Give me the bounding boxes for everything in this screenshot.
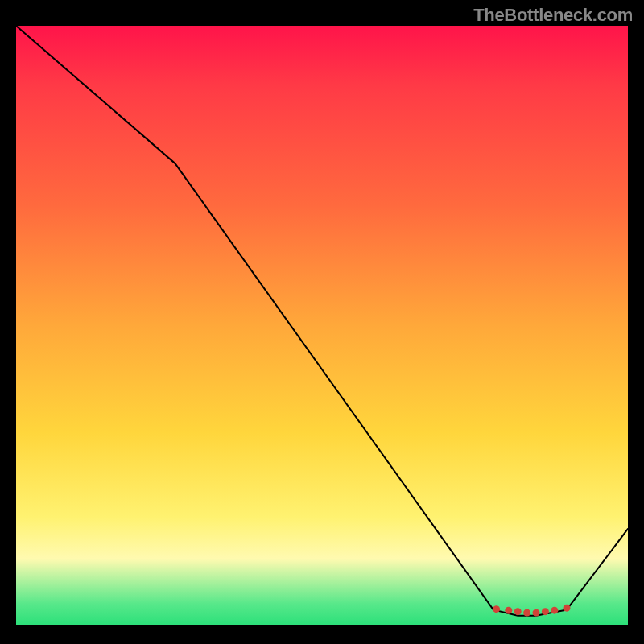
series-line [16,26,628,616]
dot-1 [493,605,500,613]
watermark: TheBottleneck.com [473,5,633,26]
dot-4 [523,609,530,617]
chart-container: TheBottleneck.com [0,0,644,644]
dot-2 [505,607,512,614]
dot-5 [533,609,540,617]
dot-7 [551,607,558,614]
dot-3 [514,608,522,615]
dot-6 [542,608,549,615]
chart-svg [16,26,628,625]
dot-8 [564,605,571,612]
